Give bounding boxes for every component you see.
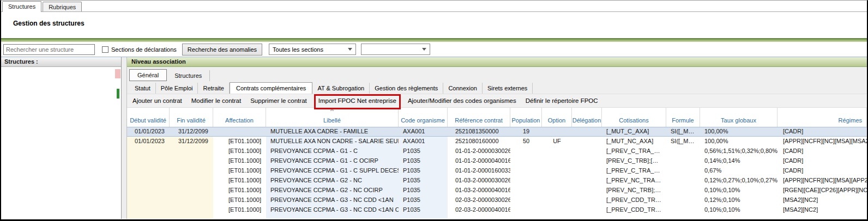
cell-formule <box>666 156 700 166</box>
cell-regimes: [CADR] <box>777 127 867 136</box>
secondary-select[interactable] <box>361 44 430 55</box>
cell-formule <box>666 195 700 205</box>
column-header-libelle[interactable]: ^Libellé <box>266 108 399 127</box>
column-header-label: Libellé <box>266 115 398 127</box>
cell-fin: 31/12/2099 <box>170 127 213 136</box>
column-header-label: Régimes <box>777 115 866 127</box>
sections-select-value: Toutes les sections <box>273 46 323 53</box>
column-header-label: Population <box>510 115 541 127</box>
filler-cell-delegation <box>572 215 602 219</box>
cell-debut <box>127 176 170 186</box>
column-header-option[interactable]: Option <box>542 108 572 127</box>
cell-delegation <box>572 176 602 186</box>
action-definir-le-repertoire-fpoc[interactable]: Définir le répertoire FPOC <box>526 97 598 104</box>
cell-libelle: MUTUELLE AXA CADRE - FAMILLE <box>266 127 399 136</box>
filler-cell-cotisations <box>602 215 666 219</box>
cell-regimes: [APPR][NCFR][NC][MSA][APP2] <box>777 176 867 186</box>
tab-connexion[interactable]: Connexion <box>443 83 483 94</box>
column-header-delegation[interactable]: Délégation <box>572 108 602 127</box>
action-supprimer-le-contrat[interactable]: Supprimer le contrat <box>250 97 307 104</box>
sections-checkbox[interactable] <box>102 46 108 53</box>
cell-libelle: PREVOYANCE CCPMA - G2 - NC <box>266 176 399 186</box>
cell-taux: 100,00% <box>700 137 777 146</box>
action-ajouter-un-contrat[interactable]: Ajouter un contrat <box>132 97 182 104</box>
cell-taux: 0,12%;0,10% <box>700 195 777 205</box>
table-row[interactable]: 01/01/202331/12/2099[ET01.1000]MUTUELLE … <box>127 137 867 146</box>
sort-indicator <box>542 108 571 115</box>
association-panel: Niveau association GénéralStructures Sta… <box>127 57 867 219</box>
cell-delegation <box>572 186 602 195</box>
tab-at-subrogation[interactable]: AT & Subrogation <box>312 83 370 94</box>
level-tab-general[interactable]: Général <box>129 69 167 81</box>
cell-reference: 01-03-2-000003002644 <box>448 176 510 186</box>
column-header-label: Fin validité <box>170 115 213 127</box>
cell-fin <box>170 205 213 215</box>
column-header-label: Cotisations <box>602 115 666 127</box>
sub-tabs: StatutPôle EmploiRetraiteContrats complé… <box>127 81 867 94</box>
column-header-taux[interactable]: Taux globaux <box>700 108 777 127</box>
level-tab-structures[interactable]: Structures <box>167 70 210 81</box>
sort-indicator <box>448 108 510 115</box>
tab-contrats-complementaires[interactable]: Contrats complémentaires <box>230 82 312 94</box>
column-header-cotisations[interactable]: Cotisations <box>602 108 666 127</box>
cell-population <box>510 205 542 215</box>
structures-list[interactable] <box>1 67 121 219</box>
panel-scrollbar[interactable] <box>122 57 127 219</box>
column-header-regimes[interactable]: Régimes <box>777 108 867 127</box>
table-row[interactable]: [ET01.1000]PREVOYANCE CCPMA - G1 - C SUP… <box>127 166 867 176</box>
table-row[interactable]: 01/01/202331/12/2099MUTUELLE AXA CADRE -… <box>127 127 867 137</box>
title-row: Gestion des structures <box>1 12 867 38</box>
column-header-population[interactable]: Population <box>510 108 542 127</box>
cell-fin <box>170 176 213 186</box>
cell-libelle: PREVOYANCE CCPMA - G3 - NC CDD <1AN OCIR… <box>266 205 399 215</box>
cell-libelle: MUTUELLE AXA NON CADRE - SALARIE SEUL <box>266 137 399 146</box>
tab-statut[interactable]: Statut <box>130 83 156 94</box>
column-header-fin[interactable]: Fin validité <box>170 108 213 127</box>
filler-cell-code <box>399 215 448 219</box>
column-header-formule[interactable]: Formule <box>666 108 700 127</box>
cell-cotisations: [_PREV_CDD_TR… <box>602 205 666 215</box>
tab-sirets-externes[interactable]: Sirets externes <box>483 83 533 94</box>
column-header-reference[interactable]: Référence contrat <box>448 108 510 127</box>
cell-affectation: [ET01.1000] <box>213 156 266 166</box>
cell-option: UF <box>542 137 572 146</box>
table-row[interactable]: [ET01.1000]PREVOYANCE CCPMA - G2 - NCP10… <box>127 176 867 186</box>
cell-delegation <box>572 195 602 205</box>
column-header-debut[interactable]: Début validité <box>127 108 170 127</box>
table-row[interactable]: [ET01.1000]PREVOYANCE CCPMA - G3 - NC CD… <box>127 195 867 205</box>
cell-formule: SI([_M… <box>666 127 700 136</box>
sections-select[interactable]: Toutes les sections <box>269 44 356 55</box>
tab-retraite[interactable]: Retraite <box>198 83 230 94</box>
action-ajouter-modifier-des-codes-organismes[interactable]: Ajouter/Modifier des codes organismes <box>408 97 516 104</box>
column-header-code[interactable]: Code organisme <box>399 108 448 127</box>
cell-option <box>542 176 572 186</box>
cell-taux: 0,14%;0,14% <box>700 156 777 166</box>
cell-option <box>542 195 572 205</box>
cell-delegation <box>572 156 602 166</box>
sort-indicator <box>399 108 447 115</box>
sections-checkbox-label: Sections de déclarations <box>111 46 177 53</box>
sort-indicator <box>213 108 266 115</box>
search-anomalies-button[interactable]: Recherche des anomalies <box>182 44 262 56</box>
table-row[interactable]: [ET01.1000]PREVOYANCE CCPMA - G1 - CP103… <box>127 146 867 156</box>
tab-gestion-des-reglements[interactable]: Gestion des règlements <box>370 83 443 94</box>
action-import-fpoc-net-entreprise[interactable]: Import FPOC Net entreprise <box>316 97 399 104</box>
contract-actions-menu: Ajouter un contratModifier le contratSup… <box>127 94 867 108</box>
cell-regimes: [APPR][NCFR][NC][MSA][MSA2] <box>777 137 867 146</box>
table-row[interactable]: [ET01.1000]PREVOYANCE CCPMA - G3 - NC CD… <box>127 205 867 215</box>
sort-indicator <box>170 108 213 115</box>
table-row[interactable]: [ET01.1000]PREVOYANCE CCPMA - G1 - C OCI… <box>127 156 867 166</box>
cell-fin: 31/12/2099 <box>170 137 213 146</box>
cell-cotisations: [_PREV_NC_TRA… <box>602 176 666 186</box>
cell-population <box>510 176 542 186</box>
table-row[interactable]: [ET01.1000]PREVOYANCE CCPMA - G2 - NC OC… <box>127 186 867 195</box>
table-filler-row <box>127 215 867 219</box>
window-tab-structures[interactable]: Structures <box>2 1 41 12</box>
cell-code: AXA001 <box>399 137 448 146</box>
column-header-affectation[interactable]: Affectation <box>213 108 266 127</box>
search-input[interactable] <box>3 44 95 55</box>
tab-pole-emploi[interactable]: Pôle Emploi <box>156 83 198 94</box>
action-modifier-le-contrat[interactable]: Modifier le contrat <box>191 97 241 104</box>
window-tab-rubriques[interactable]: Rubriques <box>43 2 82 12</box>
cell-cotisations: [_PREV_C_TRA_… <box>602 146 666 156</box>
